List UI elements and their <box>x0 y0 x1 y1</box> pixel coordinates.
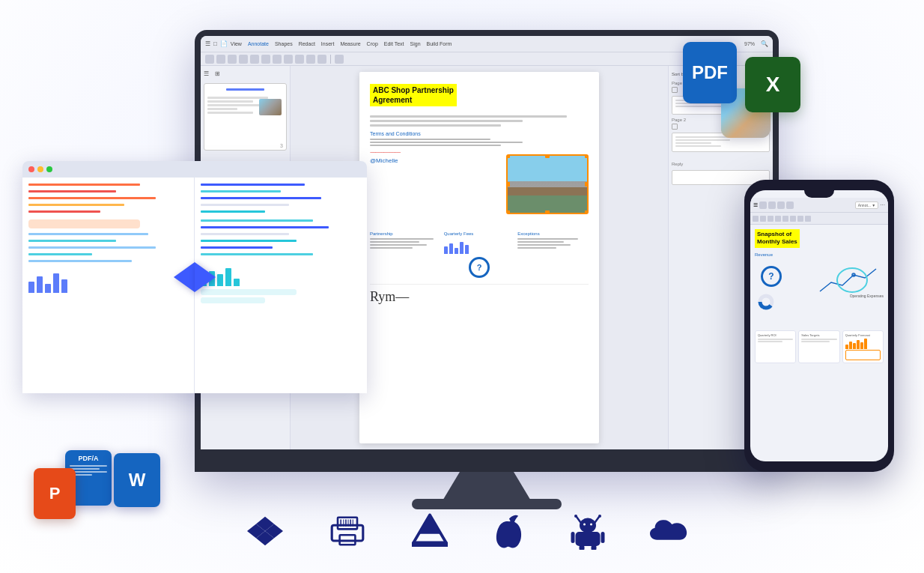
browser-right-doc <box>195 178 367 393</box>
zoom-level[interactable]: 97% <box>744 41 755 46</box>
resize-handle-ml[interactable] <box>506 182 510 187</box>
onedrive-icon[interactable] <box>650 516 689 546</box>
search-icon[interactable]: 🔍 <box>761 40 768 47</box>
page-2-checkbox[interactable] <box>672 124 678 130</box>
ph2-type-btn[interactable] <box>775 216 781 222</box>
conversion-arrows <box>174 262 216 292</box>
svg-point-27 <box>590 524 592 526</box>
ph-more-icon[interactable]: ··· <box>880 201 885 208</box>
tb-extra-btn[interactable] <box>335 55 344 64</box>
phone-toolbar-main[interactable]: ☰ Annot... ▼ ··· <box>750 198 888 213</box>
thumb-page-1[interactable]: 3 <box>204 83 287 151</box>
bl-line <box>28 246 156 249</box>
ph2-highlight-btn[interactable] <box>760 216 766 222</box>
doc-line <box>370 115 567 118</box>
tb-shape-btn[interactable] <box>228 55 237 64</box>
question-circle[interactable]: ? <box>761 266 782 287</box>
menu-icon[interactable]: ☰ <box>205 40 210 47</box>
resize-handle-tl[interactable] <box>506 154 510 158</box>
bl-line <box>28 210 100 213</box>
menu-annotate[interactable]: Annotate <box>248 41 269 46</box>
tb-underline-btn[interactable] <box>239 55 248 64</box>
resize-handle-bm[interactable] <box>545 210 550 214</box>
ph-bar <box>853 343 856 349</box>
menu-view[interactable]: View <box>231 41 242 46</box>
svg-rect-28 <box>576 532 601 546</box>
menu-shapes[interactable]: Shapes <box>275 41 293 46</box>
selected-image[interactable] <box>506 154 589 214</box>
menu-measure[interactable]: Measure <box>340 41 360 46</box>
ph-bar <box>857 340 860 349</box>
ph-annot-dropdown[interactable]: Annot... ▼ <box>855 201 879 209</box>
word-label: W <box>129 470 146 491</box>
bl-line <box>28 184 140 186</box>
service-icons-row <box>247 512 689 551</box>
browser-min-dot[interactable] <box>37 166 43 172</box>
bar <box>53 273 59 293</box>
browser-left-doc <box>22 178 195 393</box>
ph-share-btn[interactable] <box>786 201 794 209</box>
br-line <box>201 226 329 228</box>
android-icon[interactable] <box>571 512 605 550</box>
browser-close-dot[interactable] <box>28 166 34 172</box>
apple-icon[interactable] <box>493 512 526 550</box>
right-bar-chart <box>201 264 361 286</box>
br-line <box>201 190 281 192</box>
quarterly-forecast-card: Quarterly Forecast <box>842 330 884 363</box>
ph2-shape-btn[interactable] <box>768 216 773 222</box>
ph2-back-btn[interactable] <box>797 216 803 222</box>
panel-icon-list[interactable]: ☰ <box>204 70 209 77</box>
ph-page-btn[interactable] <box>759 201 767 209</box>
phone-toolbar-annotate[interactable] <box>750 213 888 225</box>
bl-line <box>28 197 156 199</box>
quarterly-fees-label: Quarterly Fees <box>444 231 515 236</box>
br-line <box>201 233 289 235</box>
ph-annot-btn[interactable] <box>777 201 785 209</box>
resize-handle-mr[interactable] <box>585 182 589 187</box>
tb-highlight-btn[interactable] <box>216 55 225 64</box>
google-drive-icon[interactable] <box>412 513 448 549</box>
info-circle[interactable]: ? <box>469 257 490 278</box>
card-line <box>801 341 830 342</box>
tb-strikeout-btn[interactable] <box>250 55 259 64</box>
tb-text-btn[interactable] <box>205 55 214 64</box>
menu-buildform[interactable]: Build Form <box>427 41 452 46</box>
page-1-checkbox[interactable] <box>672 87 678 93</box>
menu-edittext[interactable]: Edit Text <box>384 41 404 46</box>
phone-content: Snapshot of Monthly Sales Revenue Operat… <box>750 225 888 368</box>
ph2-text-btn[interactable] <box>753 216 759 222</box>
menu-insert[interactable]: Insert <box>321 41 335 46</box>
ph2-undo-btn[interactable] <box>782 216 788 222</box>
resize-handle-tm[interactable] <box>545 154 550 158</box>
phone-screen: ☰ Annot... ▼ ··· <box>750 190 888 461</box>
ppt-badge: P <box>34 468 76 519</box>
dropbox-icon[interactable] <box>247 513 283 549</box>
bl-line <box>28 253 92 255</box>
highlight-block <box>28 219 140 228</box>
tb-fontsize-btn[interactable] <box>284 55 293 64</box>
tb-undo-btn[interactable] <box>306 55 315 64</box>
browser-max-dot[interactable] <box>46 166 52 172</box>
ph-doc-btn[interactable] <box>768 201 776 209</box>
tb-font-btn[interactable] <box>273 55 282 64</box>
bar <box>217 274 223 286</box>
pdf-scanner-icon[interactable] <box>328 512 367 551</box>
ph2-redo-btn[interactable] <box>790 216 796 222</box>
bar <box>61 279 67 293</box>
resize-handle-bl[interactable] <box>506 210 510 214</box>
quarterly-fees-section: Quarterly Fees ? <box>444 231 515 278</box>
tb-redo-btn[interactable] <box>317 55 326 64</box>
menu-crop[interactable]: Crop <box>367 41 378 46</box>
resize-handle-tr[interactable] <box>585 154 589 158</box>
menu-sign[interactable]: Sign <box>410 41 421 46</box>
resize-handle-br[interactable] <box>585 210 589 214</box>
ph2-fwd-btn[interactable] <box>805 216 811 222</box>
tb-color-btn[interactable] <box>295 55 304 64</box>
panel-icon-thumb[interactable]: ⊞ <box>215 70 220 77</box>
tb-note-btn[interactable] <box>261 55 270 64</box>
r-line <box>675 142 711 144</box>
bar <box>234 279 240 286</box>
ph-menu-icon[interactable]: ☰ <box>753 202 758 208</box>
menu-redact[interactable]: Redact <box>299 41 315 46</box>
svg-marker-19 <box>419 515 441 533</box>
